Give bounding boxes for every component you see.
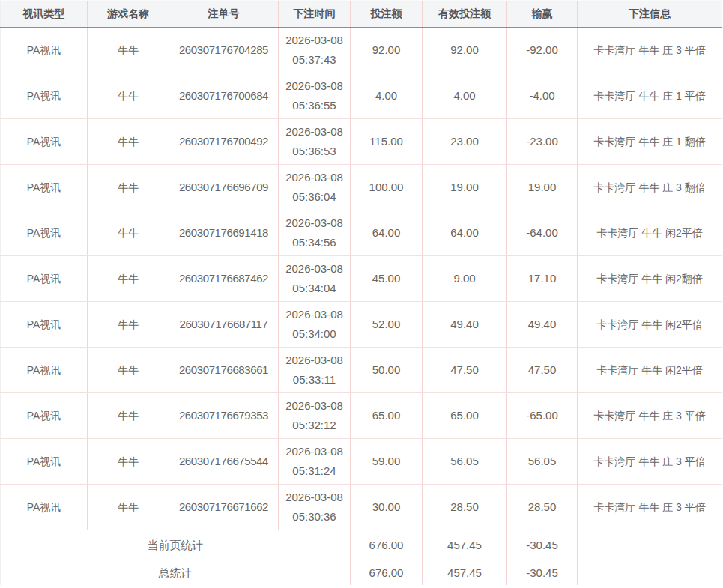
cell-game_name: 牛牛 bbox=[88, 210, 169, 256]
cell-valid_bet_amount: 47.50 bbox=[423, 348, 507, 393]
cell-bet_id: 260307176683661 bbox=[169, 348, 279, 393]
cell-bet_amount: 92.00 bbox=[351, 28, 423, 73]
cell-bet_time: 2026-03-08 05:34:04 bbox=[279, 256, 351, 302]
table-row: PA视讯牛牛2603071767042852026-03-08 05:37:43… bbox=[1, 28, 722, 73]
current-page-summary-valid_bet_amount: 457.45 bbox=[423, 530, 507, 560]
bet-records-table: 视讯类型游戏名称注单号下注时间投注额有效投注额输赢下注信息 PA视讯牛牛2603… bbox=[0, 0, 722, 585]
cell-bet_time: 2026-03-08 05:36:04 bbox=[279, 165, 351, 210]
cell-bet_id: 260307176696709 bbox=[169, 165, 279, 210]
table-row: PA视讯牛牛2603071767006842026-03-08 05:36:55… bbox=[1, 73, 722, 119]
column-header-valid_bet_amount: 有效投注额 bbox=[423, 1, 507, 28]
cell-bet_info: 卡卡湾厅 牛牛 庄 3 平倍 bbox=[578, 28, 722, 73]
column-header-bet_time: 下注时间 bbox=[279, 1, 351, 28]
cell-bet_time: 2026-03-08 05:32:12 bbox=[279, 393, 351, 439]
cell-bet_time: 2026-03-08 05:34:00 bbox=[279, 302, 351, 348]
cell-bet_info: 卡卡湾厅 牛牛 闲2平倍 bbox=[578, 210, 722, 256]
cell-valid_bet_amount: 23.00 bbox=[423, 119, 507, 165]
cell-valid_bet_amount: 92.00 bbox=[423, 28, 507, 73]
table-footer: 当前页统计676.00457.45-30.45总统计676.00457.45-3… bbox=[1, 530, 722, 586]
table-row: PA视讯牛牛2603071766755442026-03-08 05:31:24… bbox=[1, 439, 722, 485]
cell-bet_info: 卡卡湾厅 牛牛 庄 3 平倍 bbox=[578, 439, 722, 485]
cell-bet_time: 2026-03-08 05:36:55 bbox=[279, 73, 351, 119]
cell-valid_bet_amount: 9.00 bbox=[423, 256, 507, 302]
cell-game_name: 牛牛 bbox=[88, 28, 169, 73]
cell-video_type: PA视讯 bbox=[1, 348, 88, 393]
cell-video_type: PA视讯 bbox=[1, 256, 88, 302]
column-header-label: 有效投注额 bbox=[438, 7, 491, 19]
cell-video_type: PA视讯 bbox=[1, 393, 88, 439]
cell-win_loss: 17.10 bbox=[507, 256, 578, 302]
cell-win_loss: -65.00 bbox=[507, 393, 578, 439]
cell-bet_info: 卡卡湾厅 牛牛 庄 1 平倍 bbox=[578, 73, 722, 119]
cell-win_loss: -64.00 bbox=[507, 210, 578, 256]
table-row: PA视讯牛牛2603071766836612026-03-08 05:33:11… bbox=[1, 348, 722, 393]
cell-video_type: PA视讯 bbox=[1, 119, 88, 165]
cell-bet_info: 卡卡湾厅 牛牛 庄 3 平倍 bbox=[578, 485, 722, 530]
cell-bet_id: 260307176700492 bbox=[169, 119, 279, 165]
cell-bet_amount: 65.00 bbox=[351, 393, 423, 439]
column-header-game_name: 游戏名称 bbox=[88, 1, 169, 28]
table-body: PA视讯牛牛2603071767042852026-03-08 05:37:43… bbox=[1, 28, 722, 530]
column-header-label: 下注时间 bbox=[294, 7, 336, 19]
cell-valid_bet_amount: 28.50 bbox=[423, 485, 507, 530]
column-header-label: 输赢 bbox=[532, 7, 553, 19]
cell-win_loss: 49.40 bbox=[507, 302, 578, 348]
cell-win_loss: -4.00 bbox=[507, 73, 578, 119]
cell-bet_time: 2026-03-08 05:36:53 bbox=[279, 119, 351, 165]
cell-bet_id: 260307176691418 bbox=[169, 210, 279, 256]
cell-bet_id: 260307176675544 bbox=[169, 439, 279, 485]
cell-game_name: 牛牛 bbox=[88, 393, 169, 439]
cell-bet_id: 260307176687462 bbox=[169, 256, 279, 302]
cell-bet_amount: 59.00 bbox=[351, 439, 423, 485]
column-header-bet_info: 下注信息 bbox=[578, 1, 722, 28]
cell-valid_bet_amount: 49.40 bbox=[423, 302, 507, 348]
column-header-label: 投注额 bbox=[371, 7, 402, 19]
cell-bet_amount: 50.00 bbox=[351, 348, 423, 393]
cell-bet_id: 260307176700684 bbox=[169, 73, 279, 119]
cell-bet_time: 2026-03-08 05:34:56 bbox=[279, 210, 351, 256]
cell-bet_info: 卡卡湾厅 牛牛 庄 3 翻倍 bbox=[578, 165, 722, 210]
cell-bet_info: 卡卡湾厅 牛牛 闲2翻倍 bbox=[578, 256, 722, 302]
cell-bet_id: 260307176671662 bbox=[169, 485, 279, 530]
current-page-summary-label: 当前页统计 bbox=[1, 530, 351, 560]
cell-win_loss: 19.00 bbox=[507, 165, 578, 210]
cell-bet_info: 卡卡湾厅 牛牛 闲2平倍 bbox=[578, 302, 722, 348]
total-summary-bet_amount: 676.00 bbox=[351, 560, 423, 586]
cell-video_type: PA视讯 bbox=[1, 485, 88, 530]
cell-bet_time: 2026-03-08 05:30:36 bbox=[279, 485, 351, 530]
cell-video_type: PA视讯 bbox=[1, 302, 88, 348]
cell-bet_time: 2026-03-08 05:33:11 bbox=[279, 348, 351, 393]
column-header-label: 游戏名称 bbox=[107, 7, 149, 19]
total-summary-bet_info bbox=[578, 560, 722, 586]
cell-game_name: 牛牛 bbox=[88, 256, 169, 302]
cell-game_name: 牛牛 bbox=[88, 348, 169, 393]
cell-bet_id: 260307176679353 bbox=[169, 393, 279, 439]
cell-game_name: 牛牛 bbox=[88, 485, 169, 530]
column-header-label: 视讯类型 bbox=[23, 7, 65, 19]
cell-bet_amount: 100.00 bbox=[351, 165, 423, 210]
cell-game_name: 牛牛 bbox=[88, 165, 169, 210]
current-page-summary-bet_amount: 676.00 bbox=[351, 530, 423, 560]
table-header-row: 视讯类型游戏名称注单号下注时间投注额有效投注额输赢下注信息 bbox=[1, 1, 722, 28]
cell-video_type: PA视讯 bbox=[1, 165, 88, 210]
cell-valid_bet_amount: 56.05 bbox=[423, 439, 507, 485]
cell-valid_bet_amount: 19.00 bbox=[423, 165, 507, 210]
cell-video_type: PA视讯 bbox=[1, 439, 88, 485]
cell-video_type: PA视讯 bbox=[1, 28, 88, 73]
cell-video_type: PA视讯 bbox=[1, 73, 88, 119]
table-row: PA视讯牛牛2603071766967092026-03-08 05:36:04… bbox=[1, 165, 722, 210]
column-header-bet_amount: 投注额 bbox=[351, 1, 423, 28]
table-row: PA视讯牛牛2603071766716622026-03-08 05:30:36… bbox=[1, 485, 722, 530]
cell-valid_bet_amount: 64.00 bbox=[423, 210, 507, 256]
cell-bet_amount: 115.00 bbox=[351, 119, 423, 165]
total-summary-win_loss: -30.45 bbox=[507, 560, 578, 586]
column-header-win_loss: 输赢 bbox=[507, 1, 578, 28]
cell-game_name: 牛牛 bbox=[88, 302, 169, 348]
cell-bet_id: 260307176687117 bbox=[169, 302, 279, 348]
cell-bet_amount: 52.00 bbox=[351, 302, 423, 348]
cell-game_name: 牛牛 bbox=[88, 439, 169, 485]
cell-game_name: 牛牛 bbox=[88, 73, 169, 119]
total-summary-valid_bet_amount: 457.45 bbox=[423, 560, 507, 586]
column-header-bet_id: 注单号 bbox=[169, 1, 279, 28]
cell-bet_amount: 4.00 bbox=[351, 73, 423, 119]
